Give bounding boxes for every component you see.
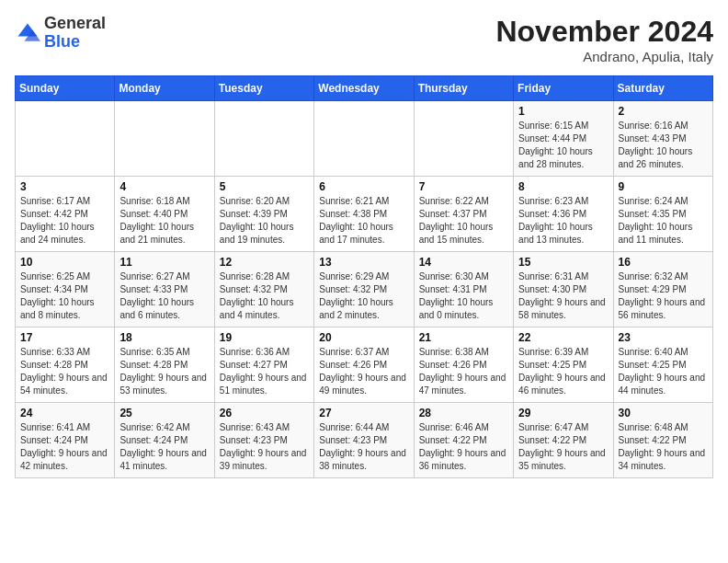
day-info: Sunrise: 6:40 AM Sunset: 4:25 PM Dayligh… bbox=[619, 346, 708, 397]
day-number: 1 bbox=[518, 105, 608, 118]
day-number: 17 bbox=[20, 331, 109, 344]
calendar-cell: 12Sunrise: 6:28 AM Sunset: 4:32 PM Dayli… bbox=[214, 252, 313, 327]
calendar-cell: 29Sunrise: 6:47 AM Sunset: 4:22 PM Dayli… bbox=[514, 403, 613, 478]
day-info: Sunrise: 6:32 AM Sunset: 4:29 PM Dayligh… bbox=[619, 270, 708, 322]
day-info: Sunrise: 6:15 AM Sunset: 4:44 PM Dayligh… bbox=[518, 120, 608, 171]
day-number: 6 bbox=[319, 180, 408, 193]
day-info: Sunrise: 6:30 AM Sunset: 4:31 PM Dayligh… bbox=[419, 270, 508, 322]
day-info: Sunrise: 6:41 AM Sunset: 4:24 PM Dayligh… bbox=[20, 421, 109, 473]
day-info: Sunrise: 6:38 AM Sunset: 4:26 PM Dayligh… bbox=[419, 346, 508, 397]
day-number: 19 bbox=[220, 331, 309, 344]
day-number: 8 bbox=[518, 180, 608, 193]
day-info: Sunrise: 6:24 AM Sunset: 4:35 PM Dayligh… bbox=[619, 195, 708, 247]
day-header-monday: Monday bbox=[115, 76, 214, 101]
day-info: Sunrise: 6:36 AM Sunset: 4:27 PM Dayligh… bbox=[220, 346, 309, 397]
week-row-4: 24Sunrise: 6:41 AM Sunset: 4:24 PM Dayli… bbox=[16, 403, 713, 478]
day-info: Sunrise: 6:48 AM Sunset: 4:22 PM Dayligh… bbox=[619, 421, 708, 473]
day-number: 14 bbox=[419, 256, 508, 269]
calendar-cell: 6Sunrise: 6:21 AM Sunset: 4:38 PM Daylig… bbox=[314, 177, 414, 252]
calendar-table: SundayMondayTuesdayWednesdayThursdayFrid… bbox=[15, 75, 713, 478]
day-info: Sunrise: 6:47 AM Sunset: 4:22 PM Dayligh… bbox=[518, 421, 608, 473]
calendar-cell: 15Sunrise: 6:31 AM Sunset: 4:30 PM Dayli… bbox=[514, 252, 613, 327]
week-row-1: 3Sunrise: 6:17 AM Sunset: 4:42 PM Daylig… bbox=[16, 177, 713, 252]
day-header-tuesday: Tuesday bbox=[214, 76, 313, 101]
day-number: 28 bbox=[419, 407, 508, 419]
calendar-cell: 26Sunrise: 6:43 AM Sunset: 4:23 PM Dayli… bbox=[214, 403, 313, 478]
calendar-cell: 14Sunrise: 6:30 AM Sunset: 4:31 PM Dayli… bbox=[414, 252, 513, 327]
day-number: 25 bbox=[119, 407, 209, 419]
calendar-cell bbox=[414, 101, 513, 177]
day-number: 12 bbox=[220, 256, 309, 269]
day-header-thursday: Thursday bbox=[414, 76, 513, 101]
day-number: 23 bbox=[619, 331, 708, 344]
logo-text: General Blue bbox=[44, 15, 106, 52]
calendar-cell: 30Sunrise: 6:48 AM Sunset: 4:22 PM Dayli… bbox=[613, 403, 712, 478]
calendar-cell: 19Sunrise: 6:36 AM Sunset: 4:27 PM Dayli… bbox=[214, 327, 313, 403]
day-info: Sunrise: 6:39 AM Sunset: 4:25 PM Dayligh… bbox=[518, 346, 608, 397]
day-info: Sunrise: 6:44 AM Sunset: 4:23 PM Dayligh… bbox=[319, 421, 408, 473]
logo-icon bbox=[15, 20, 40, 46]
day-info: Sunrise: 6:16 AM Sunset: 4:43 PM Dayligh… bbox=[619, 120, 708, 171]
day-info: Sunrise: 6:37 AM Sunset: 4:26 PM Dayligh… bbox=[319, 346, 408, 397]
day-number: 30 bbox=[619, 407, 708, 419]
day-info: Sunrise: 6:23 AM Sunset: 4:36 PM Dayligh… bbox=[518, 195, 608, 247]
day-info: Sunrise: 6:18 AM Sunset: 4:40 PM Dayligh… bbox=[119, 195, 209, 247]
day-number: 5 bbox=[220, 180, 309, 193]
calendar-cell: 24Sunrise: 6:41 AM Sunset: 4:24 PM Dayli… bbox=[16, 403, 115, 478]
day-number: 29 bbox=[518, 407, 608, 419]
day-number: 26 bbox=[220, 407, 309, 419]
calendar-cell: 8Sunrise: 6:23 AM Sunset: 4:36 PM Daylig… bbox=[514, 177, 613, 252]
day-info: Sunrise: 6:17 AM Sunset: 4:42 PM Dayligh… bbox=[20, 195, 109, 247]
day-number: 2 bbox=[619, 105, 708, 118]
day-info: Sunrise: 6:35 AM Sunset: 4:28 PM Dayligh… bbox=[119, 346, 209, 397]
day-header-friday: Friday bbox=[514, 76, 613, 101]
day-number: 7 bbox=[419, 180, 508, 193]
day-number: 11 bbox=[119, 256, 209, 269]
day-info: Sunrise: 6:31 AM Sunset: 4:30 PM Dayligh… bbox=[518, 270, 608, 322]
day-header-saturday: Saturday bbox=[613, 76, 712, 101]
day-number: 10 bbox=[20, 256, 109, 269]
calendar-cell bbox=[314, 101, 414, 177]
day-number: 27 bbox=[319, 407, 408, 419]
day-number: 20 bbox=[319, 331, 408, 344]
day-number: 22 bbox=[518, 331, 608, 344]
calendar-cell: 5Sunrise: 6:20 AM Sunset: 4:39 PM Daylig… bbox=[214, 177, 313, 252]
calendar-cell: 16Sunrise: 6:32 AM Sunset: 4:29 PM Dayli… bbox=[613, 252, 712, 327]
calendar-cell: 18Sunrise: 6:35 AM Sunset: 4:28 PM Dayli… bbox=[115, 327, 214, 403]
logo: General Blue bbox=[15, 15, 106, 52]
day-header-wednesday: Wednesday bbox=[314, 76, 414, 101]
day-number: 16 bbox=[619, 256, 708, 269]
calendar-cell: 20Sunrise: 6:37 AM Sunset: 4:26 PM Dayli… bbox=[314, 327, 414, 403]
calendar-cell bbox=[16, 101, 115, 177]
calendar-cell: 11Sunrise: 6:27 AM Sunset: 4:33 PM Dayli… bbox=[115, 252, 214, 327]
day-header-sunday: Sunday bbox=[16, 76, 115, 101]
day-info: Sunrise: 6:22 AM Sunset: 4:37 PM Dayligh… bbox=[419, 195, 508, 247]
day-info: Sunrise: 6:28 AM Sunset: 4:32 PM Dayligh… bbox=[220, 270, 309, 322]
calendar-cell: 3Sunrise: 6:17 AM Sunset: 4:42 PM Daylig… bbox=[16, 177, 115, 252]
calendar-cell: 4Sunrise: 6:18 AM Sunset: 4:40 PM Daylig… bbox=[115, 177, 214, 252]
day-number: 9 bbox=[619, 180, 708, 193]
calendar-cell: 7Sunrise: 6:22 AM Sunset: 4:37 PM Daylig… bbox=[414, 177, 513, 252]
calendar-cell: 22Sunrise: 6:39 AM Sunset: 4:25 PM Dayli… bbox=[514, 327, 613, 403]
title-block: November 2024 Andrano, Apulia, Italy bbox=[495, 15, 713, 64]
day-number: 15 bbox=[518, 256, 608, 269]
calendar-cell: 2Sunrise: 6:16 AM Sunset: 4:43 PM Daylig… bbox=[613, 101, 712, 177]
week-row-3: 17Sunrise: 6:33 AM Sunset: 4:28 PM Dayli… bbox=[16, 327, 713, 403]
day-number: 24 bbox=[20, 407, 109, 419]
day-info: Sunrise: 6:42 AM Sunset: 4:24 PM Dayligh… bbox=[119, 421, 209, 473]
calendar-cell: 27Sunrise: 6:44 AM Sunset: 4:23 PM Dayli… bbox=[314, 403, 414, 478]
day-number: 21 bbox=[419, 331, 508, 344]
day-number: 13 bbox=[319, 256, 408, 269]
logo-general: General bbox=[44, 15, 106, 33]
day-info: Sunrise: 6:29 AM Sunset: 4:32 PM Dayligh… bbox=[319, 270, 408, 322]
week-row-2: 10Sunrise: 6:25 AM Sunset: 4:34 PM Dayli… bbox=[16, 252, 713, 327]
calendar-cell: 13Sunrise: 6:29 AM Sunset: 4:32 PM Dayli… bbox=[314, 252, 414, 327]
calendar-cell: 9Sunrise: 6:24 AM Sunset: 4:35 PM Daylig… bbox=[613, 177, 712, 252]
month-title: November 2024 bbox=[495, 15, 713, 49]
day-info: Sunrise: 6:25 AM Sunset: 4:34 PM Dayligh… bbox=[20, 270, 109, 322]
calendar-cell: 1Sunrise: 6:15 AM Sunset: 4:44 PM Daylig… bbox=[514, 101, 613, 177]
calendar-cell bbox=[115, 101, 214, 177]
calendar-cell: 25Sunrise: 6:42 AM Sunset: 4:24 PM Dayli… bbox=[115, 403, 214, 478]
calendar-cell: 21Sunrise: 6:38 AM Sunset: 4:26 PM Dayli… bbox=[414, 327, 513, 403]
calendar-cell bbox=[214, 101, 313, 177]
